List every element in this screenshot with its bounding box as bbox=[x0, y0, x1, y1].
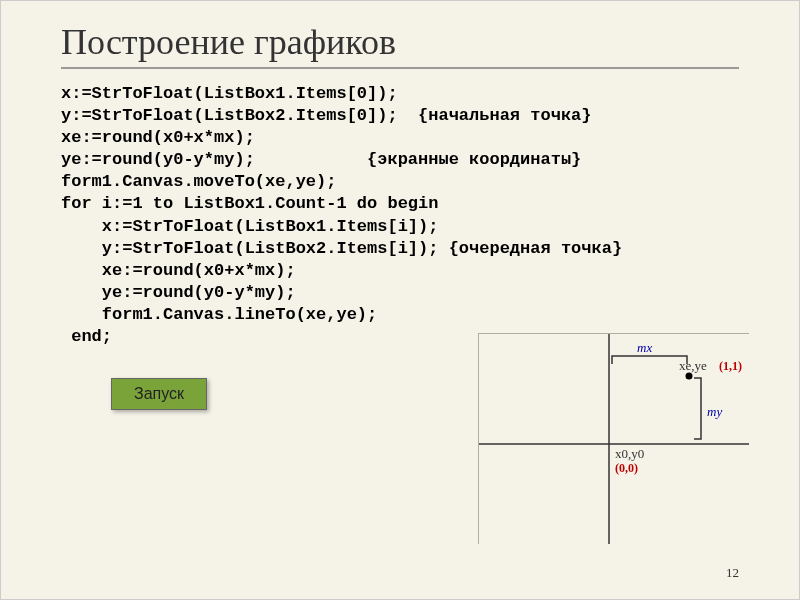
page-number: 12 bbox=[726, 565, 739, 581]
my-label: my bbox=[707, 404, 722, 419]
mx-bracket bbox=[612, 356, 687, 364]
code-line: xe:=round(x0+x*mx); bbox=[61, 128, 255, 147]
code-line: x:=StrToFloat(ListBox1.Items[0]); bbox=[61, 84, 398, 103]
coordinate-diagram: mx my xe,ye (1,1) x0,y0 (0,0) bbox=[478, 333, 749, 544]
title-underline bbox=[61, 67, 739, 69]
mx-label: mx bbox=[637, 340, 652, 355]
code-line: x:=StrToFloat(ListBox1.Items[i]); bbox=[61, 217, 438, 236]
code-line: for i:=1 to ListBox1.Count-1 do begin bbox=[61, 194, 438, 213]
code-block: x:=StrToFloat(ListBox1.Items[0]); y:=Str… bbox=[61, 83, 739, 348]
origin-label: (0,0) bbox=[615, 461, 638, 475]
code-line: y:=StrToFloat(ListBox2.Items[i]); {очере… bbox=[61, 239, 622, 258]
x0y0-label: x0,y0 bbox=[615, 446, 644, 461]
point-marker bbox=[686, 373, 693, 380]
xeye-label: xe,ye bbox=[679, 358, 707, 373]
code-line: ye:=round(y0-y*my); bbox=[61, 283, 296, 302]
code-line: end; bbox=[61, 327, 112, 346]
code-line: form1.Canvas.lineTo(xe,ye); bbox=[61, 305, 377, 324]
code-line: ye:=round(y0-y*my); {экранные координаты… bbox=[61, 150, 581, 169]
launch-button[interactable]: Запуск bbox=[111, 378, 207, 410]
slide: Построение графиков x:=StrToFloat(ListBo… bbox=[0, 0, 800, 600]
code-line: xe:=round(x0+x*mx); bbox=[61, 261, 296, 280]
point11-label: (1,1) bbox=[719, 359, 742, 373]
code-line: y:=StrToFloat(ListBox2.Items[0]); {начал… bbox=[61, 106, 592, 125]
code-line: form1.Canvas.moveTo(xe,ye); bbox=[61, 172, 336, 191]
my-bracket bbox=[694, 378, 701, 439]
page-title: Построение графиков bbox=[61, 21, 739, 63]
